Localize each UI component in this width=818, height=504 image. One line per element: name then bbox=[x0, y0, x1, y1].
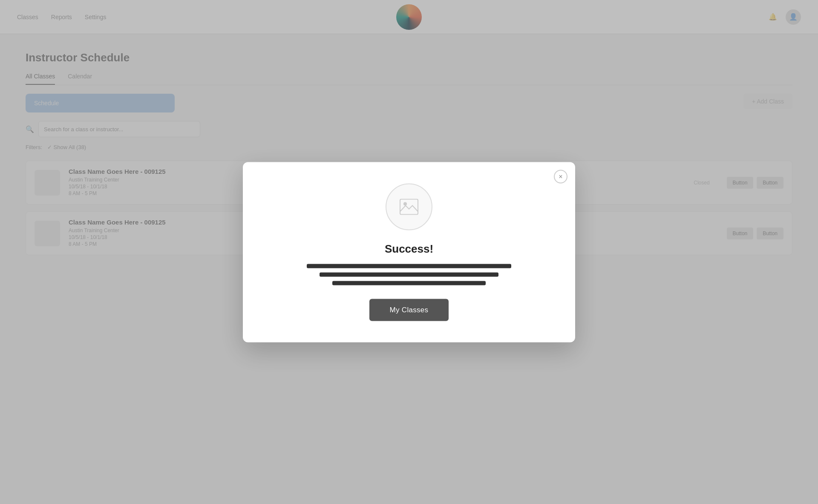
image-placeholder-icon bbox=[400, 199, 418, 215]
modal-title: Success! bbox=[385, 242, 433, 255]
my-classes-button[interactable]: My Classes bbox=[369, 299, 449, 321]
success-modal: × Success! My Classes bbox=[243, 162, 575, 342]
modal-close-button[interactable]: × bbox=[554, 170, 567, 183]
svg-point-1 bbox=[403, 202, 407, 205]
svg-rect-0 bbox=[400, 199, 418, 214]
modal-text-line-2 bbox=[320, 272, 498, 276]
modal-text-line-3 bbox=[332, 281, 486, 285]
modal-body-text bbox=[260, 264, 558, 285]
modal-text-line-1 bbox=[307, 264, 511, 268]
close-icon: × bbox=[559, 173, 562, 180]
modal-image-placeholder bbox=[386, 183, 432, 230]
